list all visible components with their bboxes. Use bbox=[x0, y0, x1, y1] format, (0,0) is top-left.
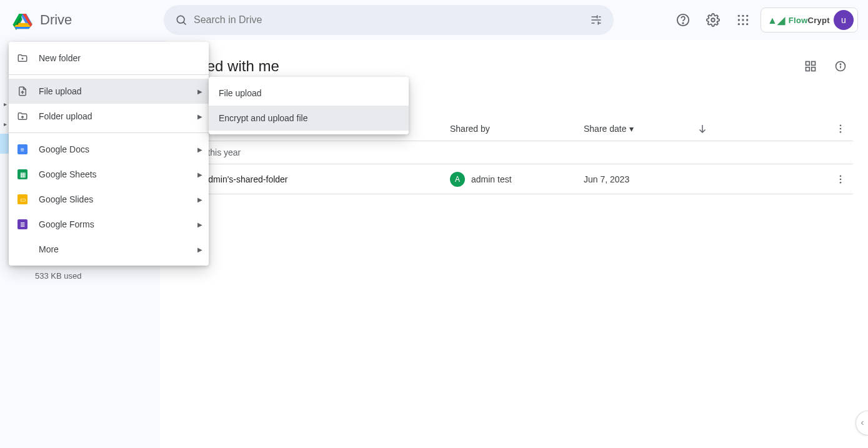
svg-point-15 bbox=[742, 19, 744, 21]
svg-point-35 bbox=[840, 131, 842, 132]
menu-google-forms[interactable]: ≣ Google Forms ▶ bbox=[9, 212, 209, 237]
account-avatar[interactable]: u bbox=[834, 10, 854, 30]
svg-point-6 bbox=[177, 16, 184, 23]
svg-point-19 bbox=[746, 23, 748, 25]
svg-point-34 bbox=[840, 127, 842, 129]
row-more-icon[interactable] bbox=[828, 174, 853, 185]
menu-google-sheets[interactable]: ▦ Google Sheets ▶ bbox=[9, 162, 209, 187]
svg-point-40 bbox=[840, 181, 842, 183]
grid-view-icon[interactable] bbox=[798, 54, 823, 79]
menu-label: Google Slides bbox=[39, 194, 93, 204]
apps-icon[interactable] bbox=[731, 7, 756, 32]
new-folder-icon bbox=[16, 52, 29, 64]
folder-upload-icon bbox=[16, 110, 29, 122]
svg-rect-30 bbox=[812, 67, 816, 71]
search-icon[interactable] bbox=[169, 7, 194, 32]
flowcrypt-logo-icon: ▲◢ bbox=[767, 14, 785, 26]
submenu-arrow-icon: ▶ bbox=[197, 113, 202, 120]
col-shared-by[interactable]: Shared by bbox=[450, 124, 584, 134]
svg-point-11 bbox=[738, 15, 740, 17]
header-actions: ▲◢ FlowCrypt u bbox=[671, 7, 858, 32]
menu-new-folder[interactable]: New folder bbox=[9, 46, 209, 71]
app-name: Drive bbox=[40, 12, 72, 28]
drive-logo-icon bbox=[10, 7, 35, 32]
submenu-encrypt-upload[interactable]: Encrypt and upload file bbox=[209, 106, 409, 131]
share-date: Jun 7, 2023 bbox=[584, 174, 690, 184]
storage-used-label: 533 KB used bbox=[0, 269, 160, 281]
menu-folder-upload[interactable]: Folder upload ▶ bbox=[9, 104, 209, 129]
menu-label: Google Sheets bbox=[39, 169, 97, 179]
menu-separator bbox=[9, 132, 209, 133]
col-label: Share date bbox=[584, 124, 627, 134]
submenu-arrow-icon: ▶ bbox=[197, 246, 202, 253]
file-name: Admin's-shared-folder bbox=[202, 174, 288, 184]
svg-point-39 bbox=[840, 178, 842, 180]
col-share-date[interactable]: Share date▾ bbox=[584, 124, 690, 134]
submenu-file-upload[interactable]: File upload bbox=[209, 81, 409, 106]
svg-point-38 bbox=[840, 175, 842, 177]
svg-line-7 bbox=[184, 22, 186, 25]
sort-desc-icon: ▾ bbox=[629, 124, 634, 134]
svg-point-14 bbox=[738, 19, 740, 21]
search-bar[interactable] bbox=[164, 5, 614, 35]
svg-point-9 bbox=[682, 22, 683, 23]
file-upload-icon bbox=[16, 85, 29, 97]
svg-marker-5 bbox=[14, 27, 31, 29]
submenu-arrow-icon: ▶ bbox=[197, 196, 202, 203]
docs-icon: ≡ bbox=[16, 143, 29, 156]
svg-point-10 bbox=[711, 18, 715, 22]
svg-point-18 bbox=[742, 23, 744, 25]
menu-label: File upload bbox=[39, 86, 82, 96]
svg-point-17 bbox=[738, 23, 740, 25]
menu-separator bbox=[9, 74, 209, 75]
new-menu: New folder File upload ▶ Folder upload ▶… bbox=[9, 42, 209, 266]
svg-point-32 bbox=[840, 64, 841, 64]
svg-point-16 bbox=[746, 19, 748, 21]
svg-point-12 bbox=[742, 15, 744, 17]
header-more-icon[interactable] bbox=[828, 123, 853, 134]
submenu-arrow-icon: ▶ bbox=[197, 221, 202, 228]
sort-direction-icon[interactable] bbox=[690, 123, 715, 134]
table-row[interactable]: Admin's-shared-folder A admin test Jun 7… bbox=[175, 164, 853, 194]
menu-google-docs[interactable]: ≡ Google Docs ▶ bbox=[9, 137, 209, 162]
submenu-arrow-icon: ▶ bbox=[197, 171, 202, 178]
chevron-left-icon bbox=[859, 419, 866, 427]
search-area bbox=[164, 5, 614, 35]
sheets-icon: ▦ bbox=[16, 168, 29, 181]
svg-rect-29 bbox=[806, 67, 810, 71]
owner-avatar: A bbox=[450, 172, 465, 187]
menu-label: More bbox=[39, 244, 59, 254]
blank-icon bbox=[16, 243, 29, 256]
svg-rect-28 bbox=[812, 62, 816, 66]
menu-label: Google Forms bbox=[39, 219, 94, 229]
menu-label: Folder upload bbox=[39, 111, 92, 121]
settings-icon[interactable] bbox=[701, 7, 726, 32]
app-header: Drive ▲◢ FlowCrypt u bbox=[0, 0, 868, 40]
submenu-arrow-icon: ▶ bbox=[197, 88, 202, 95]
submenu-arrow-icon: ▶ bbox=[197, 146, 202, 153]
menu-label: New folder bbox=[39, 53, 81, 63]
flowcrypt-brand: FlowCrypt bbox=[789, 16, 830, 25]
shared-by-name: admin test bbox=[471, 174, 512, 184]
file-upload-submenu: File upload Encrypt and upload file bbox=[209, 77, 409, 134]
slides-icon: ▭ bbox=[16, 193, 29, 206]
support-icon[interactable] bbox=[671, 7, 696, 32]
menu-more[interactable]: More ▶ bbox=[9, 237, 209, 262]
svg-rect-27 bbox=[806, 62, 810, 66]
menu-google-slides[interactable]: ▭ Google Slides ▶ bbox=[9, 187, 209, 212]
group-earlier-this-year: Earlier this year bbox=[175, 141, 853, 164]
forms-icon: ≣ bbox=[16, 218, 29, 231]
search-input[interactable] bbox=[194, 14, 584, 26]
caret-right-icon[interactable]: ▸ bbox=[4, 121, 7, 127]
menu-file-upload[interactable]: File upload ▶ bbox=[9, 79, 209, 104]
svg-point-33 bbox=[840, 124, 842, 126]
menu-label: Google Docs bbox=[39, 144, 89, 154]
info-icon[interactable] bbox=[828, 54, 853, 79]
flowcrypt-extension-chip[interactable]: ▲◢ FlowCrypt u bbox=[761, 7, 858, 32]
logo-area[interactable]: Drive bbox=[10, 7, 159, 32]
svg-point-13 bbox=[746, 15, 748, 17]
search-options-icon[interactable] bbox=[584, 7, 609, 32]
caret-right-icon[interactable]: ▸ bbox=[4, 101, 7, 107]
